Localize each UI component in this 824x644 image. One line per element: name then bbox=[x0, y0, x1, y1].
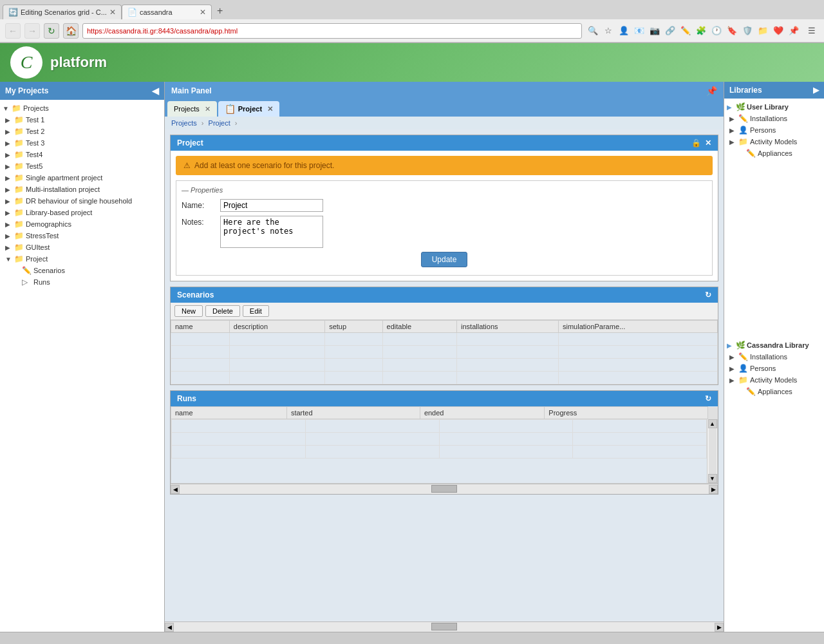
tab-cassandra[interactable]: 📄 cassandra ✕ bbox=[122, 5, 212, 19]
col-editable: editable bbox=[382, 321, 456, 333]
menu-icon[interactable]: ☰ bbox=[805, 24, 819, 38]
folder-icon: 📁 bbox=[14, 220, 24, 229]
sidebar-item-demographics[interactable]: ▶ 📁 Demographics bbox=[0, 218, 164, 230]
folder-icon[interactable]: 📁 bbox=[756, 24, 770, 38]
runs-refresh-icon[interactable]: ↻ bbox=[705, 394, 711, 403]
star-icon[interactable]: ☆ bbox=[601, 24, 615, 38]
scroll-up-arrow[interactable]: ▲ bbox=[708, 419, 717, 428]
tab-project[interactable]: 📋 Project ✕ bbox=[218, 101, 279, 117]
forward-button[interactable]: → bbox=[24, 23, 40, 39]
runs-col-started: started bbox=[286, 407, 420, 419]
h-scroll-thumb[interactable] bbox=[431, 485, 457, 493]
folder-icon: 📁 bbox=[14, 115, 24, 124]
pin-icon[interactable]: 📌 bbox=[787, 24, 801, 38]
center-scroll-left[interactable]: ◀ bbox=[165, 623, 174, 632]
sidebar-item-user-installations[interactable]: ▶ ✏️ Installations bbox=[724, 113, 824, 124]
tab-projects[interactable]: Projects ✕ bbox=[167, 101, 217, 117]
sidebar-item-test1[interactable]: ▶ 📁 Test 1 bbox=[0, 114, 164, 126]
sidebar-item-single-apartment[interactable]: ▶ 📁 Single apartment project bbox=[0, 172, 164, 184]
tab-close-editing[interactable]: ✕ bbox=[109, 8, 116, 17]
sidebar-item-library-based[interactable]: ▶ 📁 Library-based project bbox=[0, 207, 164, 218]
tab-project-close[interactable]: ✕ bbox=[267, 105, 273, 113]
sidebar-item-cassandra-appliances[interactable]: ✏️ Appliances bbox=[724, 386, 824, 397]
sidebar-item-runs[interactable]: ▷ Runs bbox=[0, 276, 164, 288]
center-scroll-right[interactable]: ▶ bbox=[715, 623, 724, 632]
sidebar-item-project[interactable]: ▼ 📁 Project bbox=[0, 253, 164, 265]
lock-icon[interactable]: 🔒 bbox=[691, 138, 701, 147]
sidebar-item-scenarios[interactable]: ✏️ Scenarios bbox=[0, 265, 164, 276]
folder-icon: 📁 bbox=[14, 185, 24, 194]
pencil-icon: ✏️ bbox=[746, 149, 756, 158]
bookmark-icon[interactable]: 🔖 bbox=[725, 24, 739, 38]
dr-behaviour-label: DR behaviour of single household bbox=[26, 197, 132, 205]
name-input[interactable] bbox=[220, 199, 323, 212]
new-tab-button[interactable]: + bbox=[212, 3, 228, 19]
home-button[interactable]: 🏠 bbox=[63, 23, 79, 39]
delete-scenario-button[interactable]: Delete bbox=[205, 305, 240, 317]
pencil2-icon[interactable]: ✏️ bbox=[679, 24, 693, 38]
sidebar-item-test4[interactable]: ▶ 📁 Test4 bbox=[0, 149, 164, 160]
right-sidebar-expand[interactable]: ▶ bbox=[813, 86, 819, 95]
address-bar: ← → ↻ 🏠 🔍 ☆ 👤 📧 📷 🔗 ✏️ 🧩 🕐 🔖 🛡️ 📁 ❤️ 📌 ☰ bbox=[0, 19, 824, 43]
sidebar-item-stresstest[interactable]: ▶ 📁 StressTest bbox=[0, 230, 164, 242]
left-sidebar-collapse[interactable]: ◀ bbox=[152, 86, 159, 96]
scroll-left-arrow[interactable]: ◀ bbox=[171, 485, 180, 494]
scenarios-refresh-icon[interactable]: ↻ bbox=[705, 290, 711, 299]
sidebar-item-user-library[interactable]: ▶ 🌿 User Library bbox=[724, 101, 824, 113]
mail-icon[interactable]: 📧 bbox=[632, 24, 646, 38]
sidebar-item-cassandra-library[interactable]: ▶ 🌿 Cassandra Library bbox=[724, 339, 824, 351]
tab-editing[interactable]: 🔄 Editing Scenarios grid - C... ✕ bbox=[3, 5, 122, 19]
user-installations-label: Installations bbox=[750, 115, 787, 122]
cassandra-installations-label: Installations bbox=[750, 353, 787, 361]
sidebar-item-user-activity-models[interactable]: ▶ 📁 Activity Models bbox=[724, 136, 824, 147]
empty-cell bbox=[171, 372, 230, 384]
app-header: C platform bbox=[0, 43, 824, 82]
sidebar-item-test2[interactable]: ▶ 📁 Test 2 bbox=[0, 126, 164, 137]
col-name: name bbox=[171, 321, 230, 333]
new-scenario-button[interactable]: New bbox=[174, 305, 203, 317]
sidebar-item-user-persons[interactable]: ▶ 👤 Persons bbox=[724, 124, 824, 136]
scroll-right-arrow[interactable]: ▶ bbox=[709, 485, 718, 494]
notes-textarea[interactable]: Here are the project's notes bbox=[220, 216, 323, 248]
sidebar-item-dr-behaviour[interactable]: ▶ 📁 DR behaviour of single household bbox=[0, 195, 164, 207]
sidebar-item-test3[interactable]: ▶ 📁 Test 3 bbox=[0, 137, 164, 149]
demographics-label: Demographics bbox=[26, 220, 71, 228]
person-icon[interactable]: 👤 bbox=[617, 24, 631, 38]
pin-button[interactable]: 📌 bbox=[706, 86, 717, 96]
sidebar-item-multi-installation[interactable]: ▶ 📁 Multi-installation project bbox=[0, 184, 164, 195]
breadcrumb-project[interactable]: Project bbox=[209, 119, 230, 127]
arrow-icon: ▶ bbox=[5, 140, 13, 147]
clock-icon[interactable]: 🕐 bbox=[709, 24, 724, 38]
tab-projects-close[interactable]: ✕ bbox=[205, 105, 211, 113]
back-button[interactable]: ← bbox=[5, 23, 21, 39]
sidebar-item-user-appliances[interactable]: ✏️ Appliances bbox=[724, 147, 824, 159]
heart-icon[interactable]: ❤️ bbox=[771, 24, 785, 38]
test3-label: Test 3 bbox=[26, 139, 44, 147]
camera-icon[interactable]: 📷 bbox=[648, 24, 662, 38]
update-button[interactable]: Update bbox=[421, 252, 468, 267]
empty-cell bbox=[573, 420, 707, 433]
notes-row: Notes: Here are the project's notes bbox=[182, 216, 707, 248]
runs-tbody bbox=[172, 420, 707, 459]
addon-icon[interactable]: 🧩 bbox=[694, 24, 708, 38]
sidebar-item-cassandra-installations[interactable]: ▶ ✏️ Installations bbox=[724, 351, 824, 363]
sidebar-item-cassandra-activity-models[interactable]: ▶ 📁 Activity Models bbox=[724, 374, 824, 386]
breadcrumb-projects[interactable]: Projects bbox=[171, 119, 197, 127]
sidebar-item-projects-root[interactable]: ▼ 📁 Projects bbox=[0, 102, 164, 114]
shield-icon[interactable]: 🛡️ bbox=[740, 24, 754, 38]
reload-button[interactable]: ↻ bbox=[44, 23, 59, 39]
url-input[interactable] bbox=[82, 23, 582, 39]
center-h-thumb[interactable] bbox=[431, 623, 457, 630]
close-section-icon[interactable]: ✕ bbox=[705, 138, 711, 147]
sidebar-item-cassandra-persons[interactable]: ▶ 👤 Persons bbox=[724, 363, 824, 374]
scroll-down-arrow[interactable]: ▼ bbox=[708, 474, 717, 483]
scenarios-empty-row3 bbox=[171, 359, 718, 372]
user-activity-models-label: Activity Models bbox=[750, 138, 797, 146]
edit-scenario-button[interactable]: Edit bbox=[243, 305, 269, 317]
sidebar-item-guitest[interactable]: ▶ 📁 GUItest bbox=[0, 242, 164, 253]
chain-icon[interactable]: 🔗 bbox=[663, 24, 677, 38]
search-icon[interactable]: 🔍 bbox=[586, 24, 600, 38]
folder-icon: 📁 bbox=[14, 138, 24, 147]
sidebar-item-test5[interactable]: ▶ 📁 Test5 bbox=[0, 160, 164, 172]
tab-close-cassandra[interactable]: ✕ bbox=[200, 8, 206, 17]
